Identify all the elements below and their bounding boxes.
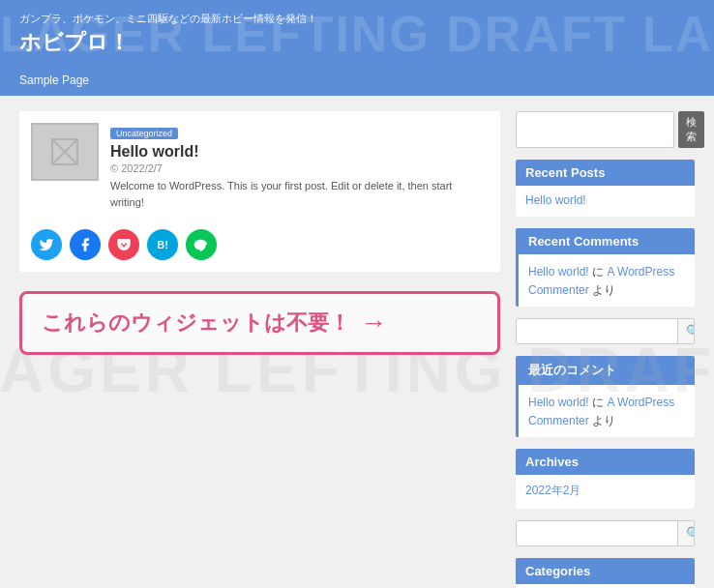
- widget-recent-comments-ja-title: 最近のコメント: [519, 356, 695, 385]
- widget-categories-title: Categories: [516, 558, 695, 584]
- widget-categories-body: Uncategorized ›: [516, 584, 695, 588]
- post-card: Uncategorized Hello world! © 2022/2/7 We…: [19, 111, 500, 272]
- comment-separator-1: に: [592, 265, 607, 279]
- archive-link-1[interactable]: 2022年2月: [525, 483, 685, 499]
- widget-archives: Archives 2022年2月: [516, 449, 695, 509]
- comment-suffix-1: より: [592, 283, 615, 297]
- widget-archives-body: 2022年2月: [516, 475, 695, 509]
- post-excerpt: Welcome to WordPress. This is your first…: [110, 178, 489, 210]
- widget-recent-comments-body: Hello world! に A WordPress Commenter より: [519, 254, 695, 307]
- main-wrapper: LAGER LEFTING DRAFT Uncategorized Hello …: [0, 96, 714, 588]
- ja-comment-suffix-1: より: [592, 414, 615, 427]
- site-header: LAGER LEFTING DRAFT LAGER LEFTING ガンプラ、ポ…: [0, 0, 714, 67]
- recent-post-link-1[interactable]: Hello world!: [525, 193, 685, 207]
- thumbnail-icon: [50, 137, 79, 166]
- sidebar-search-btn-2[interactable]: 🔍: [677, 319, 695, 343]
- sidebar: 検索 Recent Posts Hello world! Recent Comm…: [516, 111, 695, 588]
- sidebar-search-btn-3[interactable]: 🔍: [677, 521, 695, 545]
- ja-comment-post-link-1[interactable]: Hello world!: [528, 396, 589, 409]
- ja-comment-entry-1: Hello world! に A WordPress Commenter より: [528, 396, 674, 427]
- site-nav: Sample Page: [0, 67, 714, 96]
- comment-post-link-1[interactable]: Hello world!: [528, 265, 589, 279]
- widget-recent-comments-ja: 最近のコメント Hello world! に A WordPress Comme…: [516, 356, 695, 437]
- social-twitter-btn[interactable]: [31, 229, 62, 260]
- sidebar-search-input-3[interactable]: [517, 522, 677, 545]
- post-meta-area: Uncategorized Hello world! © 2022/2/7 We…: [110, 123, 489, 210]
- widget-recent-posts-title: Recent Posts: [516, 160, 695, 186]
- search-widget: 検索: [516, 111, 695, 148]
- widget-recent-posts-body: Hello world!: [516, 186, 695, 217]
- widget-archives-title: Archives: [516, 449, 695, 475]
- widget-recent-posts: Recent Posts Hello world!: [516, 160, 695, 217]
- sidebar-search-2: 🔍: [516, 318, 695, 344]
- site-title: ホビプロ！: [19, 28, 695, 57]
- site-tagline: ガンプラ、ポケモン、ミニ四駆などの最新ホビー情報を発信！: [19, 12, 695, 26]
- sidebar-search-3: 🔍: [516, 520, 695, 546]
- callout-text: これらのウィジェットは不要！: [42, 309, 350, 338]
- social-icons: B!: [31, 221, 489, 260]
- nav-sample-page[interactable]: Sample Page: [19, 74, 89, 87]
- widget-recent-comments-title: Recent Comments: [519, 228, 695, 254]
- callout-arrow: →: [360, 308, 387, 338]
- post-title[interactable]: Hello world!: [110, 143, 489, 161]
- sidebar-search-input-2[interactable]: [517, 320, 677, 343]
- post-thumbnail: [31, 123, 99, 181]
- widget-recent-comments-ja-body: Hello world! に A WordPress Commenter より: [519, 385, 695, 437]
- social-hatena-btn[interactable]: B!: [147, 229, 178, 260]
- social-pocket-btn[interactable]: [108, 229, 139, 260]
- social-line-btn[interactable]: [186, 229, 217, 260]
- search-input[interactable]: [516, 111, 674, 148]
- widget-recent-comments: Recent Comments Hello world! に A WordPre…: [516, 228, 695, 307]
- search-button[interactable]: 検索: [678, 111, 704, 148]
- widget-categories: Categories Uncategorized ›: [516, 558, 695, 588]
- post-date: © 2022/2/7: [110, 162, 489, 174]
- social-facebook-btn[interactable]: [70, 229, 101, 260]
- post-category-badge: Uncategorized: [110, 128, 178, 139]
- callout-box: これらのウィジェットは不要！ →: [19, 291, 500, 355]
- ja-comment-sep-1: に: [592, 396, 607, 409]
- content-area: Uncategorized Hello world! © 2022/2/7 We…: [19, 111, 500, 588]
- comment-entry-1: Hello world! に A WordPress Commenter より: [528, 265, 674, 297]
- post-inner: Uncategorized Hello world! © 2022/2/7 We…: [31, 123, 489, 210]
